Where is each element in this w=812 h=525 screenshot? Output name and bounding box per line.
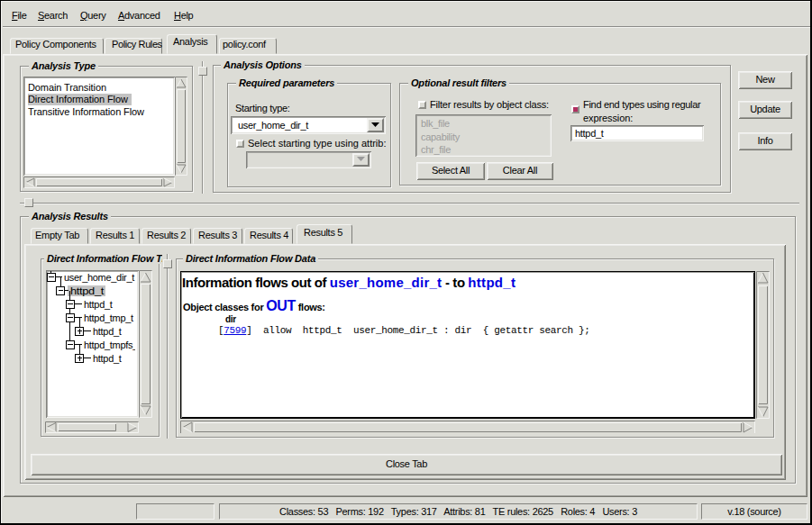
svg-text:httpd_t: httpd_t	[93, 353, 122, 364]
svg-text:httpd_tmp_t: httpd_tmp_t	[84, 312, 133, 323]
svg-text:httpd_t: httpd_t	[93, 326, 122, 337]
svg-text:httpd_t: httpd_t	[70, 285, 104, 296]
svg-text:httpd_tmpfs_: httpd_tmpfs_	[84, 339, 135, 350]
svg-text:user_home_dir_t: user_home_dir_t	[64, 272, 134, 283]
svg-text:httpd_t: httpd_t	[84, 299, 113, 310]
